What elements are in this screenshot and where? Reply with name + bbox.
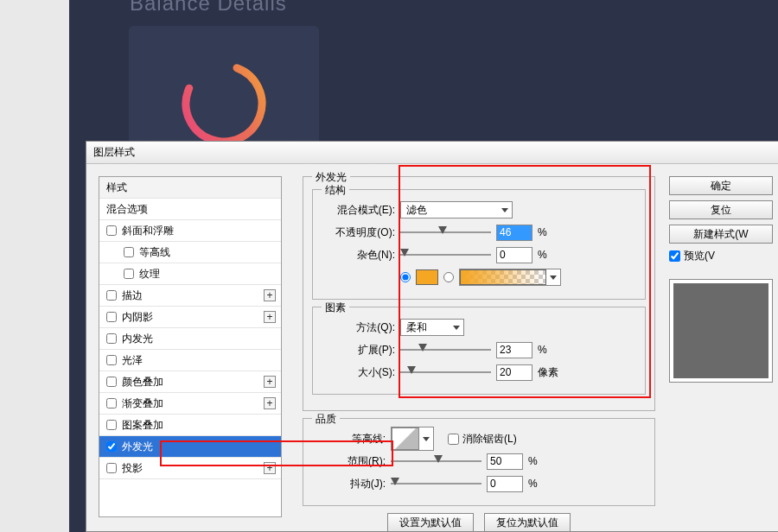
outer-glow-checkbox[interactable] bbox=[106, 441, 117, 452]
list-item-inner-shadow[interactable]: 内阴影+ bbox=[99, 307, 281, 328]
add-drop-shadow-icon[interactable]: + bbox=[264, 462, 276, 474]
gradient-overlay-checkbox[interactable] bbox=[106, 398, 117, 408]
color-overlay-checkbox[interactable] bbox=[106, 377, 117, 387]
opacity-unit: % bbox=[538, 226, 547, 238]
range-unit: % bbox=[528, 455, 538, 467]
add-stroke-icon[interactable]: + bbox=[264, 289, 276, 301]
list-item-contour[interactable]: 等高线 bbox=[99, 242, 281, 263]
list-item-inner-glow[interactable]: 内发光 bbox=[99, 328, 281, 350]
dialog-title: 图层样式 bbox=[93, 145, 135, 160]
inner-shadow-checkbox[interactable] bbox=[106, 312, 117, 322]
noise-label: 杂色(N): bbox=[322, 248, 395, 263]
noise-input[interactable]: 0 bbox=[496, 247, 532, 263]
blend-mode-label: 混合模式(E): bbox=[322, 203, 395, 218]
new-style-button[interactable]: 新建样式(W bbox=[669, 225, 773, 244]
dialog-titlebar[interactable]: 图层样式 bbox=[86, 142, 778, 164]
size-slider[interactable] bbox=[400, 364, 491, 380]
quality-fieldset: 品质 等高线: 消除锯齿(L) 范围(R): 50 % 抖动(J): bbox=[303, 418, 655, 506]
pattern-overlay-checkbox[interactable] bbox=[106, 420, 117, 430]
antialias-checkbox[interactable] bbox=[448, 434, 459, 445]
add-color-overlay-icon[interactable]: + bbox=[264, 376, 276, 388]
list-item-drop-shadow[interactable]: 投影+ bbox=[99, 458, 281, 479]
list-item-texture[interactable]: 纹理 bbox=[99, 263, 281, 285]
outer-glow-fieldset: 外发光 结构 混合模式(E): 滤色 不透明度(O): 46 % 杂色(N): bbox=[303, 176, 655, 411]
set-default-button[interactable]: 设置为默认值 bbox=[387, 513, 474, 532]
stroke-checkbox[interactable] bbox=[106, 290, 117, 301]
list-item-gradient-overlay[interactable]: 渐变叠加+ bbox=[99, 393, 281, 415]
gradient-picker[interactable] bbox=[459, 269, 561, 286]
cancel-button[interactable]: 复位 bbox=[669, 200, 773, 219]
technique-label: 方法(Q): bbox=[322, 320, 395, 335]
structure-fieldset: 结构 混合模式(E): 滤色 不透明度(O): 46 % 杂色(N): bbox=[312, 189, 646, 300]
opacity-slider[interactable] bbox=[400, 225, 491, 240]
texture-checkbox[interactable] bbox=[124, 269, 134, 279]
structure-legend: 结构 bbox=[322, 183, 349, 198]
add-gradient-overlay-icon[interactable]: + bbox=[264, 397, 276, 409]
add-inner-shadow-icon[interactable]: + bbox=[264, 311, 276, 323]
buttons-column: 确定 复位 新建样式(W 预览(V bbox=[664, 164, 778, 531]
noise-slider[interactable] bbox=[400, 247, 491, 263]
color-radio[interactable] bbox=[400, 272, 411, 282]
contour-checkbox[interactable] bbox=[124, 247, 134, 257]
contour-picker[interactable] bbox=[391, 427, 434, 451]
layer-style-dialog: 图层样式 样式 混合选项 斜面和浮雕 等高线 纹理 描边+ 内阴影+ 内发光 光… bbox=[86, 141, 778, 532]
gradient-radio[interactable] bbox=[443, 272, 454, 282]
list-item-blend-options[interactable]: 混合选项 bbox=[99, 199, 281, 220]
bevel-checkbox[interactable] bbox=[106, 225, 117, 236]
antialias-label: 消除锯齿(L) bbox=[462, 432, 517, 446]
range-label: 范围(R): bbox=[312, 454, 386, 469]
page-margin bbox=[0, 0, 69, 532]
styles-column: 样式 混合选项 斜面和浮雕 等高线 纹理 描边+ 内阴影+ 内发光 光泽 颜色叠… bbox=[86, 164, 294, 531]
ok-button[interactable]: 确定 bbox=[669, 176, 773, 195]
contour-label: 等高线: bbox=[312, 432, 386, 446]
color-swatch[interactable] bbox=[416, 269, 438, 285]
jitter-input[interactable]: 0 bbox=[487, 476, 523, 492]
preview-checkbox[interactable] bbox=[669, 250, 680, 262]
preview-box bbox=[669, 279, 773, 383]
list-item-color-overlay[interactable]: 颜色叠加+ bbox=[99, 371, 281, 393]
elements-legend: 图素 bbox=[322, 301, 349, 315]
size-label: 大小(S): bbox=[322, 365, 395, 380]
spread-label: 扩展(P): bbox=[322, 343, 395, 358]
noise-unit: % bbox=[538, 249, 547, 261]
spread-unit: % bbox=[538, 344, 547, 356]
blend-mode-select[interactable]: 滤色 bbox=[400, 201, 513, 218]
quality-legend: 品质 bbox=[312, 412, 340, 427]
list-item-outer-glow[interactable]: 外发光 bbox=[99, 436, 281, 458]
technique-select[interactable]: 柔和 bbox=[400, 319, 464, 336]
jitter-label: 抖动(J): bbox=[312, 477, 386, 491]
preview-label: 预览(V bbox=[684, 249, 715, 263]
size-input[interactable]: 20 bbox=[496, 364, 532, 381]
inner-glow-checkbox[interactable] bbox=[106, 333, 117, 344]
list-item-stroke[interactable]: 描边+ bbox=[99, 285, 281, 307]
drop-shadow-checkbox[interactable] bbox=[106, 463, 117, 473]
list-item-pattern-overlay[interactable]: 图案叠加 bbox=[99, 415, 281, 436]
elements-fieldset: 图素 方法(Q): 柔和 扩展(P): 23 % 大小(S): 20 bbox=[312, 307, 646, 395]
styles-listbox: 样式 混合选项 斜面和浮雕 等高线 纹理 描边+ 内阴影+ 内发光 光泽 颜色叠… bbox=[99, 176, 282, 517]
spread-input[interactable]: 23 bbox=[496, 342, 532, 358]
background-title: Balance Details bbox=[130, 0, 287, 16]
ring-graphic bbox=[172, 52, 276, 155]
list-item-satin[interactable]: 光泽 bbox=[99, 350, 281, 371]
range-input[interactable]: 50 bbox=[487, 453, 523, 470]
size-unit: 像素 bbox=[538, 365, 558, 380]
opacity-input[interactable]: 46 bbox=[496, 225, 532, 241]
styles-header[interactable]: 样式 bbox=[99, 177, 281, 199]
opacity-label: 不透明度(O): bbox=[322, 225, 395, 240]
svg-point-0 bbox=[175, 55, 273, 153]
range-slider[interactable] bbox=[391, 453, 481, 469]
list-item-bevel[interactable]: 斜面和浮雕 bbox=[99, 220, 281, 242]
settings-column: 外发光 结构 混合模式(E): 滤色 不透明度(O): 46 % 杂色(N): bbox=[294, 164, 664, 531]
reset-default-button[interactable]: 复位为默认值 bbox=[484, 513, 571, 532]
preview-swatch bbox=[673, 283, 768, 378]
spread-slider[interactable] bbox=[400, 342, 491, 358]
jitter-slider[interactable] bbox=[391, 476, 481, 491]
jitter-unit: % bbox=[528, 478, 538, 490]
satin-checkbox[interactable] bbox=[106, 355, 117, 365]
